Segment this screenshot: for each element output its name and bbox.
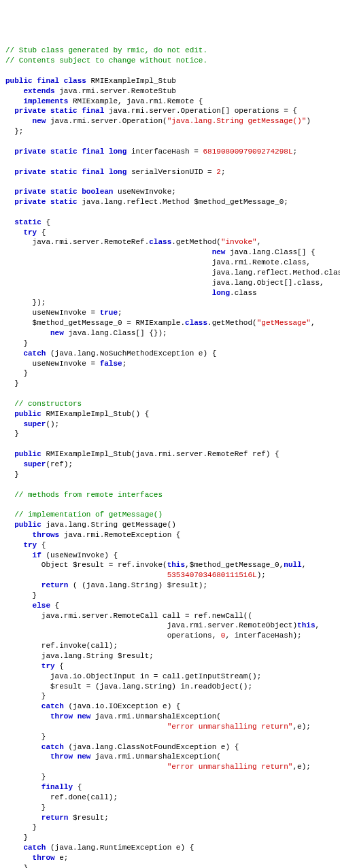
text: RMIExample, java.rmi.Remote { — [68, 97, 203, 105]
keyword: this — [297, 621, 315, 629]
comment: // Contents subject to change without no… — [5, 56, 207, 65]
keyword: new — [50, 329, 64, 337]
text: $result; — [68, 814, 108, 822]
keyword: static — [50, 168, 78, 176]
text: $result = (java.lang.String) in.readObje… — [5, 682, 252, 691]
text: java.rmi.server.RemoteObject) — [167, 621, 297, 629]
text: e; — [55, 854, 69, 862]
keyword: public — [14, 521, 41, 529]
text: (java.lang.NoSuchMethodException e) { — [46, 349, 216, 358]
keyword: try — [41, 662, 55, 670]
text: ( (java.lang.String) $result); — [68, 581, 207, 589]
keyword: private — [14, 147, 46, 156]
text: ,e); — [292, 763, 310, 771]
text: java.lang.String $result; — [5, 652, 154, 660]
keyword: throws — [33, 531, 60, 539]
text: java.lang.Object[].class, — [212, 279, 324, 287]
keyword: static — [50, 147, 78, 156]
text: } — [23, 833, 28, 841]
text: } — [23, 339, 28, 347]
number: 5353407034680111516L — [167, 571, 257, 579]
text: ; — [293, 147, 298, 156]
text: java.rmi.RemoteException { — [59, 531, 180, 539]
keyword: this — [167, 561, 185, 569]
text: ; — [122, 360, 127, 368]
text: } — [23, 369, 28, 377]
text: java.rmi.UnmarshalException( — [90, 752, 220, 761]
text: ref.invoke(call); — [5, 642, 118, 650]
keyword: private — [14, 198, 46, 206]
keyword: private — [14, 107, 46, 115]
string: "invoke" — [221, 238, 257, 246]
keyword: throw — [50, 712, 73, 721]
comment: // methods from remote interfaces — [14, 491, 163, 499]
comment: // constructors — [14, 400, 82, 408]
keyword: final — [82, 168, 104, 176]
text: { — [73, 783, 82, 791]
keyword: long — [109, 168, 126, 176]
text: (java.io.IOException e) { — [64, 702, 181, 710]
text: } — [41, 733, 46, 741]
keyword: finally — [41, 783, 73, 791]
keyword: new — [78, 752, 91, 761]
string: "error unmarshalling return" — [167, 763, 293, 771]
text: .getMethod( — [207, 319, 257, 327]
text: serialVersionUID = — [126, 168, 216, 176]
text: java.rmi.server.RemoteRef. — [5, 238, 149, 246]
number: 6819080097909274298L — [203, 147, 293, 156]
text: }); — [33, 298, 46, 307]
text: (); — [46, 420, 59, 428]
text: useNewInvoke; — [113, 188, 175, 196]
text: { — [55, 662, 64, 670]
keyword: public — [14, 410, 41, 418]
keyword: static — [14, 218, 41, 226]
keyword: static — [50, 198, 78, 206]
text: } — [33, 823, 37, 831]
text: ; — [221, 168, 226, 176]
text: RMIExampleImpl_Stub() { — [41, 410, 149, 418]
text: RMIExampleImpl_Stub — [86, 77, 176, 85]
comment: // implementation of getMessage() — [14, 510, 163, 519]
text: java.rmi.server.Operation[] operations =… — [104, 107, 297, 115]
text: java.lang.Class[] {}); — [64, 329, 167, 337]
keyword: catch — [41, 743, 64, 751]
code-block: // Stub class generated by rmic, do not … — [5, 46, 335, 868]
keyword: private — [14, 168, 46, 176]
text: ); — [257, 571, 266, 579]
string: "error unmarshalling return" — [167, 723, 293, 731]
keyword: static — [50, 107, 78, 115]
text: $method_getMessage_0 = RMIExample. — [5, 319, 185, 327]
keyword: class — [185, 319, 207, 327]
text: , — [315, 621, 320, 629]
keyword: extends — [23, 87, 54, 95]
string: "getMessage" — [257, 319, 311, 327]
text: .class — [230, 289, 257, 297]
text: } — [41, 773, 46, 781]
text: java.rmi.Remote.class, — [212, 258, 311, 266]
text: java.lang.reflect.Method $method_getMess… — [78, 198, 288, 206]
text: useNewInvoke = — [5, 360, 100, 368]
keyword: new — [33, 117, 46, 125]
keyword: catch — [23, 844, 46, 852]
text: interfaceHash = — [126, 147, 203, 156]
keyword: throw — [33, 854, 55, 862]
text: { — [50, 602, 59, 610]
text: java.rmi.server.RemoteStub — [55, 87, 176, 95]
text: } — [33, 591, 37, 600]
keyword: catch — [23, 349, 46, 358]
text: ,e); — [292, 723, 310, 731]
keyword: final — [82, 107, 104, 115]
text: }; — [14, 127, 23, 135]
text: } — [41, 803, 46, 812]
keyword: false — [100, 360, 122, 368]
text: ; — [118, 309, 122, 317]
text: Object $result = ref.invoke( — [5, 561, 167, 569]
keyword: private — [14, 188, 46, 196]
text: } — [23, 864, 28, 868]
keyword: try — [23, 541, 37, 549]
keyword: class — [64, 77, 86, 85]
keyword: boolean — [82, 188, 113, 196]
keyword: null — [284, 561, 301, 569]
text: operations, — [167, 631, 221, 640]
keyword: new — [78, 712, 91, 721]
